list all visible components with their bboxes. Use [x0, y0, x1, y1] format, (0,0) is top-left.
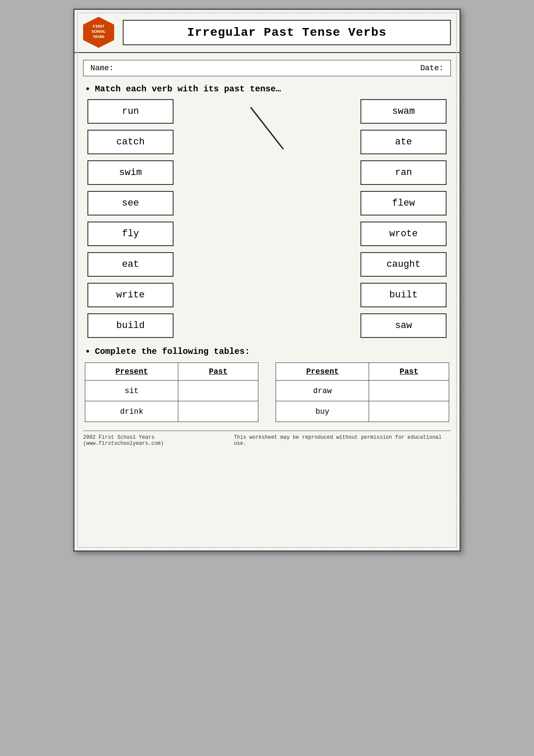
worksheet-page: FIRST SCHOOL YEARS Irregular Past Tense …	[73, 9, 461, 552]
table-row: draw	[276, 381, 449, 401]
table-row: sit	[85, 381, 258, 401]
verb-box-saw: saw	[360, 313, 447, 338]
logo: FIRST SCHOOL YEARS	[83, 17, 114, 48]
table2-row1-present: draw	[276, 381, 369, 401]
footer: 2002 First School Years (www.firstschool…	[83, 431, 451, 447]
table1-col1-header: Present	[85, 363, 178, 381]
matching-area: run catch swim see fly eat write build s…	[87, 99, 447, 338]
bullet1: •	[85, 84, 90, 95]
instruction1: • Match each verb with its past tense…	[85, 84, 449, 95]
date-section: Date:	[267, 64, 444, 72]
table2-row2-past[interactable]	[369, 401, 449, 422]
bullet2: •	[85, 347, 90, 357]
verb-box-flew: flew	[360, 191, 447, 216]
verb-box-fly: fly	[87, 222, 174, 246]
verb-box-run: run	[87, 99, 174, 124]
table2-row1-past[interactable]	[369, 381, 449, 401]
instruction1-text: Match each verb with its past tense…	[95, 84, 281, 94]
svg-line-0	[251, 107, 283, 149]
instruction2-text: Complete the following tables:	[95, 347, 250, 356]
date-label: Date:	[420, 64, 444, 72]
name-date-bar: Name: Date:	[83, 60, 451, 76]
verb-box-ran: ran	[360, 160, 447, 185]
verb-box-caught: caught	[360, 252, 447, 277]
table2-row2-present: buy	[276, 401, 369, 422]
table-row: drink	[85, 401, 258, 422]
name-section: Name:	[90, 64, 267, 72]
verb-box-built: built	[360, 283, 447, 307]
title-box: Irregular Past Tense Verbs	[123, 20, 451, 45]
table1-row1-present: sit	[85, 381, 178, 401]
right-column: swam ate ran flew wrote caught built saw	[360, 99, 447, 338]
table2: Present Past draw buy	[276, 362, 449, 422]
table-row: buy	[276, 401, 449, 422]
tables-row: Present Past sit drink	[85, 362, 449, 422]
verb-box-swam: swam	[360, 99, 447, 124]
table2-col1-header: Present	[276, 363, 369, 381]
left-column: run catch swim see fly eat write build	[87, 99, 174, 338]
tables-section: Present Past sit drink	[85, 362, 449, 422]
header: FIRST SCHOOL YEARS Irregular Past Tense …	[75, 10, 459, 53]
footer-right: This worksheet may be reproduced without…	[234, 434, 451, 447]
verb-box-wrote: wrote	[360, 222, 447, 246]
logo-line1: FIRST	[93, 25, 104, 30]
logo-line2: SCHOOL	[92, 30, 106, 35]
table1-row2-past[interactable]	[178, 401, 258, 422]
logo-line3: YEARS	[93, 35, 104, 40]
table1-row1-past[interactable]	[178, 381, 258, 401]
verb-box-catch: catch	[87, 130, 174, 154]
table1-row2-present: drink	[85, 401, 178, 422]
verb-box-eat: eat	[87, 252, 174, 277]
table1: Present Past sit drink	[85, 362, 258, 422]
footer-left: 2002 First School Years (www.firstschool…	[83, 434, 234, 447]
table1-col2-header: Past	[178, 363, 258, 381]
instruction2: • Complete the following tables:	[85, 347, 449, 357]
verb-box-write: write	[87, 283, 174, 307]
name-label: Name:	[90, 64, 114, 72]
verb-box-ate: ate	[360, 130, 447, 154]
verb-box-build: build	[87, 313, 174, 338]
verb-box-see: see	[87, 191, 174, 216]
page-title: Irregular Past Tense Verbs	[187, 26, 387, 39]
table2-col2-header: Past	[369, 363, 449, 381]
verb-box-swim: swim	[87, 160, 174, 185]
